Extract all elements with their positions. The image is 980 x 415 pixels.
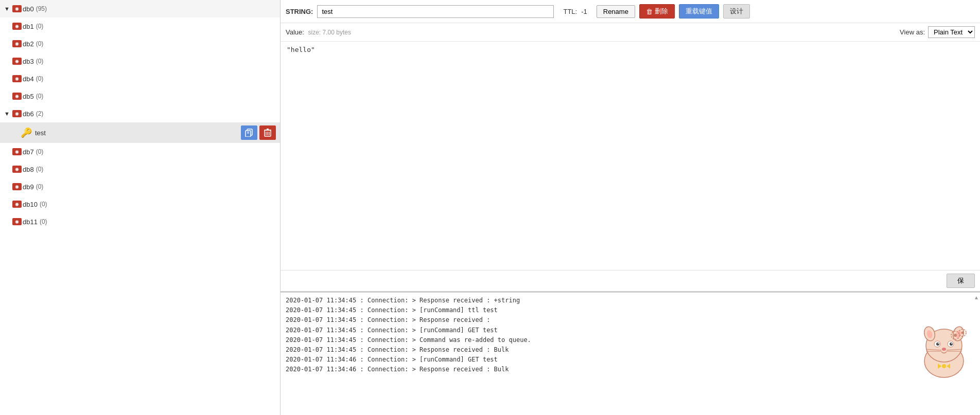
db4-icon: ❋ — [11, 73, 23, 84]
key-item-test[interactable]: 🔑 test — [0, 122, 280, 143]
db3-name: db3 — [23, 58, 34, 65]
key-delete-button[interactable] — [259, 125, 276, 140]
svg-text:❋: ❋ — [15, 185, 19, 190]
db4-name: db4 — [23, 75, 34, 83]
value-size-area: Value: size: 7.00 bytes — [286, 28, 351, 36]
db2-name: db2 — [23, 40, 34, 48]
db7-name: db7 — [23, 148, 34, 156]
svg-text:❋: ❋ — [15, 94, 19, 99]
db0-name: db0 — [23, 5, 34, 13]
svg-rect-15 — [246, 131, 251, 137]
db3-count: (0) — [36, 58, 44, 65]
log-line-7: 2020-01-07 11:34:46 : Connection: > Resp… — [286, 365, 975, 374]
sidebar: ▼ ❋ db0 (95) ❋ db1 (0) ❋ db2 (0) ❋ — [0, 0, 281, 415]
db11-icon: ❋ — [11, 216, 23, 227]
save-area: 保 — [281, 270, 980, 291]
delete-icon: 🗑 — [646, 8, 653, 15]
value-row: Value: size: 7.00 bytes View as: Plain T… — [281, 23, 980, 41]
sidebar-item-db1[interactable]: ❋ db1 (0) — [0, 17, 280, 35]
top-panel: STRING: TTL: -1 Rename 🗑 删除 重载键值 设计 Valu… — [281, 0, 980, 292]
svg-text:❋: ❋ — [15, 112, 19, 117]
db8-name: db8 — [23, 166, 34, 173]
sidebar-item-db5[interactable]: ❋ db5 (0) — [0, 87, 280, 105]
log-line-5: 2020-01-07 11:34:45 : Connection: > Resp… — [286, 345, 975, 355]
db0-count: (95) — [36, 5, 47, 12]
db7-icon: ❋ — [11, 146, 23, 157]
main-panel: STRING: TTL: -1 Rename 🗑 删除 重载键值 设计 Valu… — [281, 0, 980, 415]
sidebar-item-db4[interactable]: ❋ db4 (0) — [0, 70, 280, 87]
db6-name: db6 — [23, 110, 34, 118]
svg-text:❋: ❋ — [15, 7, 19, 12]
db1-count: (0) — [36, 23, 44, 30]
sidebar-item-db0[interactable]: ▼ ❋ db0 (95) — [0, 0, 280, 17]
settings-button[interactable]: 设计 — [723, 4, 750, 19]
db5-count: (0) — [36, 93, 44, 100]
toolbar: STRING: TTL: -1 Rename 🗑 删除 重载键值 设计 — [281, 0, 980, 23]
svg-text:❋: ❋ — [15, 59, 19, 64]
db0-arrow: ▼ — [4, 6, 10, 12]
rename-button[interactable]: Rename — [597, 5, 635, 18]
sidebar-item-db2[interactable]: ❋ db2 (0) — [0, 35, 280, 52]
db2-count: (0) — [36, 40, 44, 47]
log-line-1: 2020-01-07 11:34:45 : Connection: > [run… — [286, 305, 975, 315]
key-input[interactable] — [317, 5, 554, 18]
db10-icon: ❋ — [11, 199, 23, 210]
svg-text:❋: ❋ — [15, 150, 19, 155]
sidebar-item-db7[interactable]: ❋ db7 (0) — [0, 143, 280, 160]
db2-icon: ❋ — [11, 38, 23, 49]
delete-button[interactable]: 🗑 删除 — [639, 4, 675, 19]
db7-count: (0) — [36, 148, 44, 155]
view-as-area: View as: Plain Text JSON Hex Binary — [900, 26, 975, 38]
db0-icon: ❋ — [11, 3, 23, 14]
value-content[interactable] — [281, 41, 980, 270]
type-label: STRING: — [286, 8, 313, 15]
log-line-2: 2020-01-07 11:34:45 : Connection: > Resp… — [286, 315, 975, 325]
db6-count: (2) — [36, 110, 44, 117]
key-copy-button[interactable] — [241, 125, 257, 140]
svg-text:❋: ❋ — [15, 42, 19, 47]
svg-text:❋: ❋ — [15, 24, 19, 29]
ttl-value: -1 — [581, 8, 587, 15]
save-button[interactable]: 保 — [947, 274, 975, 288]
db9-name: db9 — [23, 183, 34, 191]
sidebar-item-db10[interactable]: ❋ db10 (0) — [0, 195, 280, 213]
log-panel: ▲ 2020-01-07 11:34:45 : Connection: > Re… — [281, 292, 980, 415]
db3-icon: ❋ — [11, 56, 23, 67]
sidebar-item-db11[interactable]: ❋ db11 (0) — [0, 213, 280, 230]
db9-icon: ❋ — [11, 181, 23, 192]
db8-count: (0) — [36, 166, 44, 173]
sidebar-item-db8[interactable]: ❋ db8 (0) — [0, 160, 280, 178]
scroll-up-icon: ▲ — [974, 295, 979, 300]
value-label: Value: — [286, 28, 304, 36]
log-line-3: 2020-01-07 11:34:45 : Connection: > [run… — [286, 326, 975, 335]
key-name: test — [35, 129, 239, 137]
sidebar-item-db3[interactable]: ❋ db3 (0) — [0, 52, 280, 70]
db1-icon: ❋ — [11, 21, 23, 32]
svg-text:❋: ❋ — [15, 220, 19, 225]
db10-name: db10 — [23, 201, 38, 208]
view-as-select[interactable]: Plain Text JSON Hex Binary — [928, 26, 975, 38]
svg-text:❋: ❋ — [15, 77, 19, 82]
db5-name: db5 — [23, 93, 34, 100]
sidebar-item-db6[interactable]: ▼ ❋ db6 (2) — [0, 105, 280, 122]
db9-count: (0) — [36, 183, 44, 190]
view-as-label: View as: — [900, 28, 925, 36]
db6-icon: ❋ — [11, 108, 23, 119]
delete-text: 删除 — [655, 7, 668, 16]
log-line-0: 2020-01-07 11:34:45 : Connection: > Resp… — [286, 296, 975, 305]
db10-count: (0) — [40, 201, 47, 208]
db11-count: (0) — [40, 218, 47, 225]
db1-name: db1 — [23, 23, 34, 30]
log-line-4: 2020-01-07 11:34:45 : Connection: > Comm… — [286, 335, 975, 345]
svg-text:❋: ❋ — [15, 202, 19, 207]
svg-text:❋: ❋ — [15, 167, 19, 172]
value-size: size: 7.00 bytes — [308, 29, 351, 36]
db8-icon: ❋ — [11, 164, 23, 175]
sidebar-item-db9[interactable]: ❋ db9 (0) — [0, 178, 280, 195]
reload-button[interactable]: 重载键值 — [679, 4, 719, 19]
db5-icon: ❋ — [11, 91, 23, 102]
db6-arrow: ▼ — [4, 111, 10, 117]
db11-name: db11 — [23, 218, 38, 226]
ttl-label: TTL: — [563, 8, 577, 15]
db4-count: (0) — [36, 75, 44, 82]
